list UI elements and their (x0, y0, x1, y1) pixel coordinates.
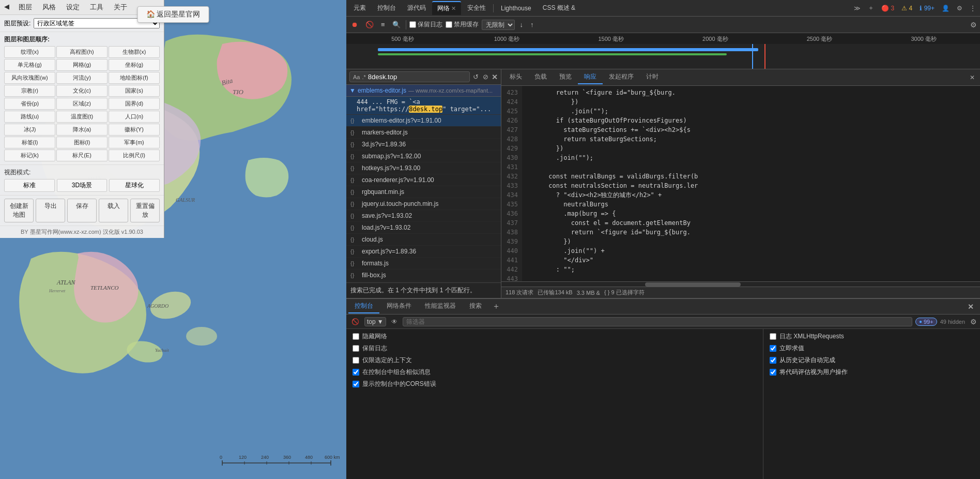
file-item[interactable]: {}fill-box.js (346, 270, 501, 281)
preserve-log-check[interactable]: 保留日志 (409, 20, 442, 29)
layer-btn[interactable]: 生物群(x) (109, 46, 160, 58)
layer-btn[interactable]: 标尺(E) (56, 149, 108, 161)
tab-performance-monitor[interactable]: 性能监视器 (419, 300, 462, 313)
log-level-badge[interactable]: ● 99+ (915, 318, 937, 326)
tab-console[interactable]: 控制台 (372, 2, 401, 14)
tab-search-bottom[interactable]: 搜索 (463, 300, 488, 313)
layer-btn[interactable]: 图标(l) (56, 137, 108, 148)
layer-btn[interactable]: 单元格(g) (4, 59, 55, 71)
file-item[interactable]: {}hotkeys.js?v=1.93.00 (346, 162, 501, 174)
action-btn[interactable]: 保存 (67, 199, 97, 222)
layer-btn[interactable]: 国家(s) (109, 85, 160, 97)
search-input[interactable] (368, 73, 466, 81)
menu-layers[interactable]: 图层 (13, 1, 37, 13)
layer-btn[interactable]: 人口(n) (109, 111, 160, 123)
layer-btn[interactable]: 省份(p) (4, 98, 55, 110)
tab-console-bottom[interactable]: 控制台 (348, 300, 379, 313)
file-item[interactable]: {}coa-renderer.js?v=1.91.00 (346, 174, 501, 186)
timeline-area[interactable]: 500 毫秒1000 毫秒1500 毫秒2000 毫秒2500 毫秒3000 毫… (346, 33, 980, 69)
layer-btn[interactable]: 国界(d) (109, 98, 160, 110)
tab-lighthouse[interactable]: Lighthouse (496, 3, 537, 14)
file-item[interactable]: {}emblems-editor.js?v=1.91.00 (346, 115, 501, 127)
action-btn[interactable]: 导出 (36, 199, 65, 222)
user-icon[interactable]: 👤 (940, 4, 952, 13)
search-btn[interactable]: 🔍 (390, 20, 403, 29)
layer-btn[interactable]: 徽标(Y) (109, 124, 160, 136)
tab-elements[interactable]: 元素 (348, 2, 371, 14)
code-content[interactable]: return `<figure id="burg_${burg. }) .joi… (522, 86, 980, 281)
tab-timing[interactable]: 计时 (640, 70, 665, 84)
layer-btn[interactable]: 降水(a) (56, 124, 108, 136)
file-item[interactable]: {}submap.js?v=1.92.00 (346, 151, 501, 162)
clear-btn[interactable]: 🚫 (363, 20, 376, 29)
layer-btn[interactable]: 宗教(r) (4, 85, 55, 97)
scrollbar-thumb[interactable] (645, 282, 741, 287)
menu-style[interactable]: 风格 (37, 1, 61, 13)
layer-btn[interactable]: 区域(z) (56, 98, 108, 110)
console-clear-btn[interactable]: 🚫 (349, 317, 361, 326)
tab-network-close[interactable]: ✕ (451, 5, 456, 12)
more-tabs-icon[interactable]: ≫ (852, 4, 863, 13)
console-filter-input[interactable] (403, 317, 912, 326)
layer-btn[interactable]: 风向玫瑰图(w) (4, 72, 55, 84)
file-item[interactable]: {}save.js?v=1.93.02 (346, 210, 501, 222)
layer-btn[interactable]: 标签(l) (4, 137, 55, 148)
search-result-line[interactable]: 444 ... FMG = `<a href="https://8desk.to… (346, 97, 501, 115)
inspector-close-btn[interactable]: ✕ (967, 74, 978, 81)
console-right-option-checkbox[interactable] (770, 369, 776, 376)
view-mode-btn[interactable]: 标准 (4, 179, 55, 192)
upload-icon[interactable]: ↓ (518, 20, 526, 29)
menu-tools[interactable]: 工具 (85, 1, 109, 13)
menu-about[interactable]: 关于 (109, 1, 132, 13)
layer-btn[interactable]: 比例尺(l) (109, 149, 160, 161)
tab-preview[interactable]: 预览 (553, 70, 578, 84)
tab-network-conditions[interactable]: 网络条件 (380, 300, 418, 313)
tab-headers[interactable]: 标头 (503, 70, 528, 84)
layer-btn[interactable]: 路线(u) (4, 111, 55, 123)
file-item[interactable]: {}formats.js (346, 258, 501, 270)
preserve-log-checkbox[interactable] (409, 21, 416, 28)
code-scrollbar[interactable] (501, 281, 980, 287)
tab-css-overview[interactable]: CSS 概述 & (538, 2, 580, 14)
return-btn[interactable]: 🏠 返回墨星官网 (137, 6, 209, 23)
layer-btn[interactable]: 高程图(h) (56, 46, 108, 58)
search-clear-icon[interactable]: ⊘ (482, 72, 489, 82)
file-item[interactable]: {}markers-editor.js (346, 127, 501, 139)
layer-btn[interactable]: 网格(g) (56, 59, 108, 71)
throttle-select[interactable]: 无限制 (482, 20, 515, 30)
eye-icon[interactable]: 👁 (389, 317, 400, 326)
add-tab-icon[interactable]: ＋ (866, 3, 876, 13)
file-item[interactable]: {}rgbquant.min.js (346, 186, 501, 198)
tab-network[interactable]: 网络 ✕ (432, 1, 461, 15)
file-item[interactable]: {}3d.js?v=1.89.36 (346, 139, 501, 151)
add-tab-bottom-btn[interactable]: ＋ (489, 301, 503, 312)
disable-cache-check[interactable]: 禁用缓存 (446, 20, 479, 29)
layer-btn[interactable]: 坐标(g) (109, 59, 160, 71)
layer-btn[interactable]: 标记(k) (4, 149, 55, 161)
file-item[interactable]: {}export.js?v=1.89.36 (346, 246, 501, 258)
file-item[interactable]: {}cloud.js (346, 234, 501, 246)
download-icon[interactable]: ↑ (528, 20, 536, 29)
menu-back-btn[interactable]: ◀ (0, 1, 13, 13)
layer-btn[interactable]: 冰(J) (4, 124, 55, 136)
console-option-checkbox[interactable] (353, 369, 359, 376)
layer-btn[interactable]: 河流(y) (56, 72, 108, 84)
settings-icon[interactable]: ⚙ (955, 4, 964, 13)
tab-initiator[interactable]: 发起程序 (603, 70, 640, 84)
action-btn[interactable]: 重置偏放 (130, 199, 160, 222)
tab-security[interactable]: 安全性 (462, 2, 491, 14)
layer-btn[interactable]: 纹理(x) (4, 46, 55, 58)
layer-btn[interactable]: 地绘图标(f) (109, 72, 160, 84)
console-settings-icon[interactable]: ⚙ (970, 318, 977, 326)
file-item[interactable]: {}load.js?v=1.93.02 (346, 222, 501, 234)
search-refresh-icon[interactable]: ↺ (472, 72, 480, 82)
file-item[interactable]: {}jquery.ui.touch-punch.min.js (346, 198, 501, 210)
console-option-checkbox[interactable] (353, 381, 359, 387)
console-option-checkbox[interactable] (353, 333, 359, 340)
search-result-header[interactable]: ▼ emblems-editor.js — www.mx-xz.com/xs-m… (346, 85, 501, 97)
tab-sources[interactable]: 源代码 (402, 2, 431, 14)
tab-payload[interactable]: 负载 (528, 70, 553, 84)
console-right-option-checkbox[interactable] (770, 345, 776, 352)
filter-btn[interactable]: ≡ (379, 20, 387, 29)
record-btn[interactable]: ⏺ (349, 20, 360, 29)
